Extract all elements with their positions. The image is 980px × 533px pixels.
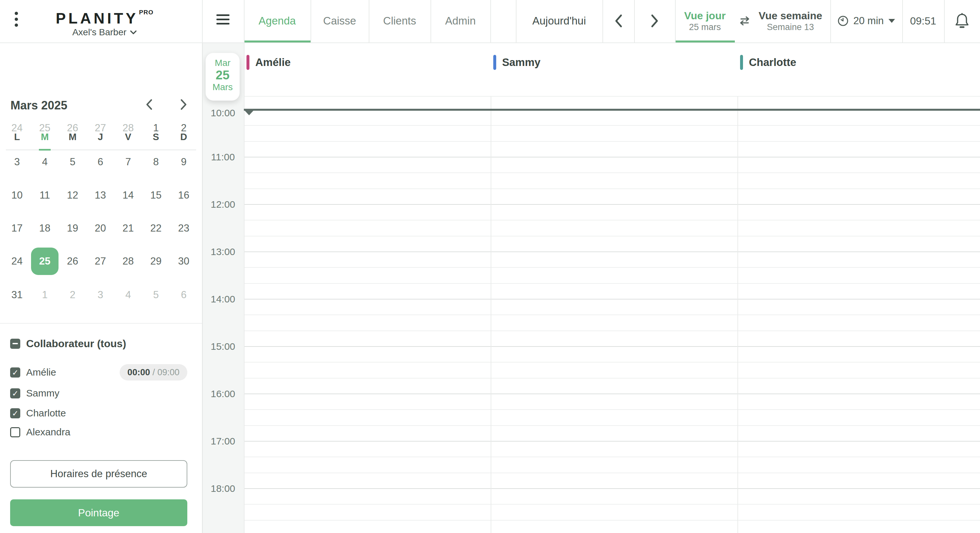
presence-hours-button[interactable]: Horaires de présence	[10, 460, 187, 488]
collaborator-checkbox[interactable]: ✓	[10, 367, 20, 378]
hour-gridline	[244, 251, 980, 252]
topbar-divider	[634, 0, 635, 43]
staff-color-bar	[740, 55, 743, 70]
calendar-day[interactable]: 13	[87, 182, 114, 209]
calendar-day[interactable]: 1	[31, 281, 59, 309]
active-tab-underline	[244, 41, 310, 43]
agenda-grid[interactable]: AmélieSammyCharlotte	[244, 43, 980, 533]
prev-day-button[interactable]	[603, 0, 634, 42]
calendar-day[interactable]: 22	[142, 214, 170, 242]
collaborators-select-all-checkbox[interactable]	[10, 339, 20, 349]
time-label: 17:00	[202, 436, 244, 446]
interval-selector[interactable]: 20 min	[830, 0, 902, 42]
collaborator-checkbox[interactable]: ✓	[10, 408, 20, 418]
calendar-day[interactable]: 28	[115, 114, 142, 142]
calendar-day-selected[interactable]: 25	[31, 247, 59, 275]
calendar-day[interactable]: 31	[3, 281, 31, 309]
collaborator-name: Sammy	[26, 388, 59, 399]
hour-gridline	[244, 299, 980, 300]
calendar-day[interactable]: 19	[59, 214, 86, 242]
calendar-day[interactable]: 1	[142, 114, 170, 142]
tab-admin[interactable]: Admin	[431, 0, 490, 42]
calendar-day[interactable]: 14	[115, 182, 142, 209]
calendar-day[interactable]: 4	[31, 148, 59, 176]
calendar-day[interactable]: 24	[3, 114, 31, 142]
minor-gridline	[244, 125, 980, 126]
kebab-menu-icon[interactable]	[13, 12, 20, 31]
time-label: 10:00	[202, 108, 244, 118]
column-divider	[737, 96, 738, 533]
minor-gridline	[244, 425, 980, 426]
calendar-day[interactable]: 29	[142, 247, 170, 275]
mini-calendar-title: Mars 2025	[10, 98, 67, 113]
collaborator-checkbox[interactable]: ✓	[10, 388, 20, 398]
salon-selector[interactable]: Axel's Barber	[72, 27, 137, 38]
staff-column-header: Amélie	[247, 54, 291, 71]
tab-caisse[interactable]: Caisse	[310, 0, 369, 42]
collaborator-checkbox[interactable]	[10, 427, 20, 437]
current-time-line	[244, 109, 980, 111]
calendar-day[interactable]: 26	[59, 247, 86, 275]
date-card: Mar 25 Mars	[205, 53, 240, 101]
calendar-day[interactable]: 27	[87, 114, 114, 142]
calendar-day[interactable]: 2	[170, 114, 197, 142]
calendar-day[interactable]: 2	[59, 281, 86, 309]
notifications-button[interactable]	[944, 0, 980, 42]
calendar-day[interactable]: 12	[59, 182, 86, 209]
current-time-marker	[245, 110, 254, 115]
calendar-day[interactable]: 20	[87, 214, 114, 242]
today-button[interactable]: Aujourd'hui	[516, 0, 603, 42]
calendar-day[interactable]: 15	[142, 182, 170, 209]
calendar-day[interactable]: 3	[87, 281, 114, 309]
view-week-toggle[interactable]: Vue semaine Semaine 13	[754, 0, 826, 42]
calendar-day[interactable]: 28	[115, 247, 142, 275]
date-card-weekday: Mar	[205, 58, 240, 68]
topbar-divider	[830, 0, 831, 43]
calendar-day[interactable]: 10	[3, 182, 31, 209]
mini-calendar-next-button[interactable]	[177, 97, 191, 112]
hour-gridline	[244, 393, 980, 394]
calendar-day[interactable]: 6	[170, 281, 197, 309]
calendar-day[interactable]: 7	[115, 148, 142, 176]
collaborator-row[interactable]: Alexandra	[10, 425, 192, 439]
mini-calendar-prev-button[interactable]	[142, 97, 156, 112]
calendar-day[interactable]: 5	[142, 281, 170, 309]
collaborators-header[interactable]: Collaborateur (tous)	[10, 338, 126, 350]
calendar-day[interactable]: 5	[59, 148, 86, 176]
tab-clients[interactable]: Clients	[369, 0, 431, 42]
calendar-day[interactable]: 16	[170, 182, 197, 209]
collaborator-row[interactable]: ✓Charlotte	[10, 406, 192, 420]
calendar-day[interactable]: 18	[31, 214, 59, 242]
view-week-number: Semaine 13	[767, 22, 814, 32]
calendar-day[interactable]: 4	[115, 281, 142, 309]
calendar-day[interactable]: 9	[170, 148, 197, 176]
topbar: PLANITYPRO Axel's Barber Agenda Caisse C…	[0, 0, 980, 43]
collaborator-name: Alexandra	[26, 427, 70, 438]
tab-agenda[interactable]: Agenda	[244, 0, 310, 42]
logo-pro-badge: PRO	[139, 9, 153, 16]
calendar-day[interactable]: 27	[87, 247, 114, 275]
hamburger-menu-icon[interactable]	[216, 14, 229, 28]
collaborator-row[interactable]: ✓Sammy	[10, 386, 192, 401]
clock-in-button[interactable]: Pointage	[10, 500, 187, 526]
staff-column-header: Sammy	[493, 54, 540, 71]
calendar-day[interactable]: 21	[115, 214, 142, 242]
calendar-day[interactable]: 3	[3, 148, 31, 176]
calendar-day[interactable]: 26	[59, 114, 86, 142]
view-day-toggle[interactable]: Vue jour 25 mars	[675, 0, 735, 42]
view-day-date: 25 mars	[689, 22, 721, 32]
calendar-day[interactable]: 30	[170, 247, 197, 275]
calendar-day[interactable]: 23	[170, 214, 197, 242]
calendar-day[interactable]: 24	[3, 247, 31, 275]
caret-down-icon	[888, 19, 895, 23]
calendar-day[interactable]: 25	[31, 114, 59, 142]
topbar-divider	[603, 0, 603, 43]
next-day-button[interactable]	[634, 0, 675, 42]
calendar-day[interactable]: 8	[142, 148, 170, 176]
calendar-day[interactable]: 6	[87, 148, 114, 176]
collaborator-row[interactable]: ✓Amélie00:00 / 09:00	[10, 365, 192, 380]
calendar-day[interactable]: 11	[31, 182, 59, 209]
hour-gridline	[244, 488, 980, 489]
calendar-day[interactable]: 17	[3, 214, 31, 242]
minor-gridline	[244, 236, 980, 236]
